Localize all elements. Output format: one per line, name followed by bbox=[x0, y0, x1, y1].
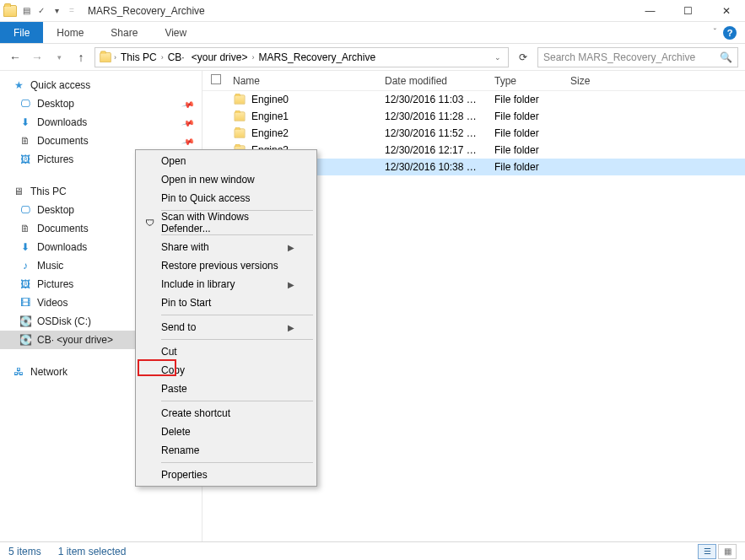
maximize-button[interactable]: ☐ bbox=[669, 0, 707, 22]
context-menu-label: Pin to Start bbox=[161, 297, 211, 309]
ribbon-expand-icon[interactable]: ˇ bbox=[714, 28, 716, 37]
download-icon: ⬇ bbox=[19, 240, 32, 254]
col-type[interactable]: Type bbox=[494, 75, 570, 87]
nav-recent-dropdown[interactable]: ▾ bbox=[51, 49, 67, 66]
nav-forward-button[interactable]: → bbox=[29, 49, 46, 66]
context-menu-item[interactable]: Cut bbox=[138, 342, 315, 361]
shield-icon: 🛡 bbox=[143, 216, 156, 229]
context-menu-item[interactable]: Restore previous versions bbox=[138, 256, 315, 275]
context-menu-label: Cut bbox=[161, 346, 177, 358]
context-menu-label: Include in library bbox=[161, 278, 235, 290]
breadcrumb-0[interactable]: This PC bbox=[118, 51, 159, 63]
breadcrumb-2[interactable]: <your drive> bbox=[189, 51, 251, 63]
pin-icon: 📌 bbox=[181, 116, 195, 129]
file-row[interactable]: Engine012/30/2016 11:03 …File folder bbox=[202, 91, 745, 108]
context-menu-label: Rename bbox=[161, 444, 199, 456]
qat-dropdown-icon[interactable]: ▾ bbox=[51, 5, 62, 17]
chevron-right-icon[interactable]: › bbox=[251, 53, 254, 62]
ribbon-tab-home[interactable]: Home bbox=[43, 22, 97, 43]
nav-quick-downloads[interactable]: ⬇Downloads📌 bbox=[0, 113, 202, 132]
context-menu-item[interactable]: Pin to Quick access bbox=[138, 189, 315, 207]
nav-back-button[interactable]: ← bbox=[7, 49, 24, 66]
context-menu-label: Pin to Quick access bbox=[161, 192, 250, 204]
context-menu-separator bbox=[161, 234, 313, 235]
row-name: Engine2 bbox=[251, 127, 289, 139]
search-icon: 🔍 bbox=[720, 51, 732, 63]
context-menu-label: Open bbox=[161, 155, 186, 167]
chevron-right-icon[interactable]: › bbox=[161, 53, 164, 62]
context-menu-item[interactable]: Paste bbox=[138, 380, 315, 398]
nav-quick-access[interactable]: ★ Quick access bbox=[0, 76, 202, 94]
breadcrumb-3[interactable]: MARS_Recovery_Archive bbox=[256, 51, 378, 63]
address-bar[interactable]: › This PC › CB· <your drive> › MARS_Reco… bbox=[94, 47, 509, 67]
search-box[interactable]: Search MARS_Recovery_Archive 🔍 bbox=[537, 47, 738, 67]
row-name: Engine0 bbox=[251, 94, 289, 105]
nav-quick-desktop[interactable]: 🖵Desktop📌 bbox=[0, 94, 202, 113]
context-menu-item[interactable]: Open bbox=[138, 152, 315, 170]
context-menu-item[interactable]: 🛡Scan with Windows Defender... bbox=[138, 213, 315, 232]
folder-icon bbox=[235, 128, 246, 137]
file-row[interactable]: Engine212/30/2016 11:52 …File folder bbox=[202, 125, 745, 142]
folder-icon bbox=[235, 94, 246, 104]
context-menu-label: Send to bbox=[161, 321, 196, 333]
star-icon: ★ bbox=[12, 78, 25, 92]
col-date[interactable]: Date modified bbox=[385, 75, 494, 87]
context-menu-item[interactable]: Copy bbox=[138, 361, 315, 380]
breadcrumb-1[interactable]: CB· bbox=[165, 51, 187, 63]
context-menu-item[interactable]: Rename bbox=[138, 441, 315, 460]
context-menu-item[interactable]: Properties bbox=[138, 466, 315, 484]
desktop-icon: 🖵 bbox=[19, 203, 32, 217]
file-row[interactable]: Engine112/30/2016 11:28 …File folder bbox=[202, 108, 745, 125]
icons-view-button[interactable]: ▦ bbox=[718, 544, 737, 559]
context-menu-label: Create shortcut bbox=[161, 407, 230, 419]
download-icon: ⬇ bbox=[19, 116, 32, 129]
context-menu-item[interactable]: Pin to Start bbox=[138, 293, 315, 312]
context-menu-item[interactable]: Delete bbox=[138, 423, 315, 441]
context-menu-item[interactable]: Share with▶ bbox=[138, 238, 315, 256]
col-size[interactable]: Size bbox=[570, 75, 638, 87]
videos-icon: 🎞 bbox=[19, 296, 32, 310]
col-name[interactable]: Name bbox=[233, 75, 385, 87]
nav-up-button[interactable]: ↑ bbox=[73, 49, 89, 66]
context-menu-label: Restore previous versions bbox=[161, 260, 278, 272]
refresh-button[interactable]: ⟳ bbox=[514, 48, 532, 67]
qat-new-folder-icon[interactable]: ✓ bbox=[35, 5, 47, 17]
address-dropdown-icon[interactable]: ⌄ bbox=[491, 53, 505, 62]
chevron-right-icon: ▶ bbox=[288, 243, 294, 252]
context-menu-item[interactable]: Create shortcut bbox=[138, 404, 315, 423]
help-icon[interactable]: ? bbox=[723, 26, 737, 40]
details-view-button[interactable]: ☰ bbox=[698, 544, 716, 559]
col-check[interactable] bbox=[211, 74, 233, 87]
context-menu-item[interactable]: Send to▶ bbox=[138, 318, 315, 337]
folder-icon bbox=[3, 5, 17, 17]
ribbon-file-tab[interactable]: File bbox=[0, 22, 43, 43]
close-button[interactable]: ✕ bbox=[707, 0, 745, 22]
context-menu-label: Open in new window bbox=[161, 174, 255, 186]
row-type: File folder bbox=[494, 94, 570, 105]
context-menu-separator bbox=[161, 315, 313, 315]
row-date: 12/30/2016 11:52 … bbox=[385, 127, 494, 139]
context-menu-label: Paste bbox=[161, 383, 187, 395]
ribbon-tab-share[interactable]: Share bbox=[97, 22, 151, 43]
search-placeholder: Search MARS_Recovery_Archive bbox=[543, 51, 695, 63]
address-folder-icon bbox=[100, 52, 111, 62]
nav-quick-documents[interactable]: 🗎Documents📌 bbox=[0, 132, 202, 150]
ribbon-tab-view[interactable]: View bbox=[151, 22, 200, 43]
ribbon: File Home Share View ˇ ? bbox=[0, 22, 745, 44]
disk-icon: 💽 bbox=[19, 315, 32, 328]
row-type: File folder bbox=[494, 110, 570, 122]
music-icon: ♪ bbox=[19, 259, 32, 272]
minimize-button[interactable]: — bbox=[631, 0, 669, 22]
select-all-checkbox[interactable] bbox=[211, 74, 221, 84]
context-menu-separator bbox=[161, 339, 313, 340]
context-menu-label: Delete bbox=[161, 426, 191, 438]
context-menu-item[interactable]: Include in library▶ bbox=[138, 275, 315, 293]
chevron-right-icon[interactable]: › bbox=[114, 53, 116, 62]
desktop-icon: 🖵 bbox=[19, 97, 32, 110]
row-date: 12/30/2016 10:38 … bbox=[385, 161, 494, 173]
chevron-right-icon: ▶ bbox=[288, 323, 294, 332]
context-menu-label: Scan with Windows Defender... bbox=[161, 211, 294, 234]
qat-properties-icon[interactable]: ▤ bbox=[20, 5, 32, 17]
context-menu-item[interactable]: Open in new window bbox=[138, 170, 315, 189]
context-menu-label: Share with bbox=[161, 241, 209, 253]
